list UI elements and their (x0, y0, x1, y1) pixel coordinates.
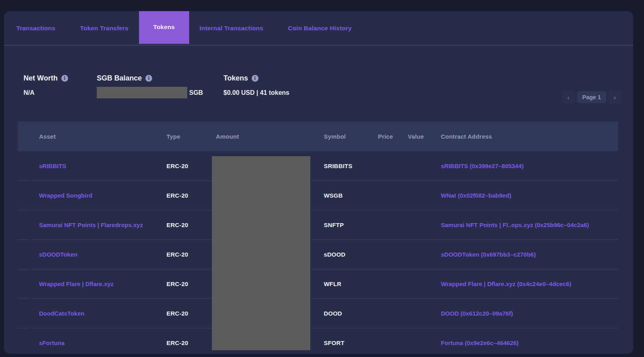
next-page-button[interactable]: › (609, 91, 621, 103)
asset-link[interactable]: sRIBBITS (39, 163, 66, 169)
sgb-balance-unit: SGB (189, 89, 203, 96)
asset-link[interactable]: sFortuna (39, 339, 65, 346)
tab-coin-balance-history[interactable]: Coin Balance History (288, 11, 352, 45)
contract-cell: Samurai NFT Points | Fl..ops.xyz (0x25b9… (441, 222, 618, 228)
table-row: Samurai NFT Points | Flaredrops.xyz ERC-… (18, 210, 618, 239)
contract-cell: Wrapped Flare | Dflare.xyz (0x4c24e0–4dc… (441, 280, 618, 287)
token-type: ERC-20 (166, 163, 216, 169)
asset-link[interactable]: sDOODToken (39, 251, 77, 258)
token-symbol: WFLR (324, 280, 378, 287)
stat-tokens: Tokens i $0.00 USD | 41 tokens (223, 74, 289, 98)
asset-link[interactable]: Wrapped Flare | Dflare.xyz (39, 280, 114, 287)
row-spacer (18, 210, 29, 239)
tab-bar: Transactions Token Transfers Tokens Inte… (4, 11, 633, 45)
amount-redaction-box (212, 156, 310, 350)
token-symbol: SFORT (324, 339, 378, 346)
token-type: ERC-20 (166, 251, 216, 258)
asset-cell: DoodCatsToken (39, 310, 166, 317)
asset-link[interactable]: Samurai NFT Points | Flaredrops.xyz (39, 222, 143, 228)
row-gap (29, 269, 32, 298)
sgb-balance-redaction-box (97, 87, 187, 98)
tokens-table: Asset Type Amount Symbol Price Value Con… (18, 122, 618, 357)
contract-address-link[interactable]: Fortuna (0x9e2e6c–464626) (441, 339, 519, 346)
row-gap (29, 180, 32, 210)
row-spacer (18, 180, 29, 210)
contract-address-link[interactable]: DOOD (0x612c20–09a76f) (441, 310, 513, 317)
tab-transactions[interactable]: Transactions (16, 11, 55, 45)
contract-cell: sDOODToken (0x697bb3–c270b6) (441, 251, 618, 258)
info-icon[interactable]: i (252, 75, 258, 82)
table-row: DoodCatsToken ERC-20 DOOD DOOD (0x612c20… (18, 298, 618, 328)
table-row: sDOODToken ERC-20 sDOOD sDOODToken (0x69… (18, 239, 618, 269)
row-spacer (18, 269, 29, 298)
row-gap (29, 151, 32, 180)
tab-tokens[interactable]: Tokens (139, 11, 189, 44)
contract-cell: DOOD (0x612c20–09a76f) (441, 310, 618, 317)
row-gap (29, 328, 32, 357)
token-type: ERC-20 (166, 280, 216, 287)
token-symbol: DOOD (324, 310, 378, 317)
row-spacer (18, 298, 29, 328)
asset-cell: sRIBBITS (39, 163, 166, 169)
net-worth-label: Net Worth (23, 74, 58, 82)
contract-address-link[interactable]: WNat (0x02f082–bab9ed) (441, 192, 511, 199)
asset-link[interactable]: DoodCatsToken (39, 310, 84, 317)
asset-link[interactable]: Wrapped Songbird (39, 192, 92, 199)
contract-address-link[interactable]: sRIBBITS (0x399e27–805344) (441, 163, 524, 169)
contract-address-link[interactable]: Samurai NFT Points | Fl..ops.xyz (0x25b9… (441, 222, 589, 228)
token-symbol: sDOOD (324, 251, 378, 258)
contract-cell: Fortuna (0x9e2e6c–464626) (441, 339, 618, 346)
table-row: Wrapped Songbird ERC-20 WSGB WNat (0x02f… (18, 180, 618, 210)
token-type: ERC-20 (166, 310, 216, 317)
asset-cell: Samurai NFT Points | Flaredrops.xyz (39, 222, 166, 228)
token-symbol: SNFTP (324, 222, 378, 228)
row-gap (29, 298, 32, 328)
token-symbol: SRIBBITS (324, 163, 378, 169)
token-symbol: WSGB (324, 192, 378, 199)
asset-cell: Wrapped Flare | Dflare.xyz (39, 280, 166, 287)
prev-page-button[interactable]: ‹ (562, 91, 574, 103)
page-indicator: Page 1 (577, 91, 606, 103)
token-type: ERC-20 (166, 339, 216, 346)
table-row: sFortuna ERC-20 SFORT Fortuna (0x9e2e6c–… (18, 328, 618, 357)
col-asset: Asset (39, 133, 166, 140)
table-header: Asset Type Amount Symbol Price Value Con… (18, 122, 618, 151)
contract-address-link[interactable]: sDOODToken (0x697bb3–c270b6) (441, 251, 536, 258)
page: Transactions Token Transfers Tokens Inte… (0, 0, 644, 357)
row-spacer (18, 328, 29, 357)
col-amount: Amount (216, 133, 324, 140)
table-row: sRIBBITS ERC-20 SRIBBITS sRIBBITS (0x399… (18, 151, 618, 180)
token-type: ERC-20 (166, 222, 216, 228)
row-gap (29, 210, 32, 239)
tab-token-transfers[interactable]: Token Transfers (80, 11, 129, 45)
row-spacer (18, 239, 29, 269)
info-icon[interactable]: i (145, 75, 152, 82)
col-symbol: Symbol (324, 133, 378, 140)
net-worth-value: N/A (23, 87, 68, 98)
contract-address-link[interactable]: Wrapped Flare | Dflare.xyz (0x4c24e0–4dc… (441, 280, 571, 287)
asset-cell: sFortuna (39, 339, 166, 346)
col-value: Value (408, 133, 441, 140)
stat-net-worth: Net Worth i N/A (23, 74, 68, 98)
table-row: Wrapped Flare | Dflare.xyz ERC-20 WFLR W… (18, 269, 618, 298)
info-icon[interactable]: i (61, 75, 68, 82)
col-price: Price (378, 133, 408, 140)
sgb-balance-label: SGB Balance (97, 74, 142, 82)
asset-cell: sDOODToken (39, 251, 166, 258)
tab-internal-transactions[interactable]: Internal Transactions (200, 11, 263, 45)
row-gap (29, 239, 32, 269)
token-type: ERC-20 (166, 192, 216, 199)
contract-cell: WNat (0x02f082–bab9ed) (441, 192, 618, 199)
tokens-value: $0.00 USD | 41 tokens (223, 87, 289, 98)
contract-cell: sRIBBITS (0x399e27–805344) (441, 163, 618, 169)
col-type: Type (166, 133, 216, 140)
stat-sgb-balance: SGB Balance i SGB (97, 74, 203, 98)
table-body: sRIBBITS ERC-20 SRIBBITS sRIBBITS (0x399… (18, 151, 618, 357)
col-contract-address: Contract Address (441, 133, 618, 140)
tokens-label: Tokens (223, 74, 248, 82)
asset-cell: Wrapped Songbird (39, 192, 166, 199)
row-spacer (18, 151, 29, 180)
pagination: ‹ Page 1 › (562, 91, 621, 103)
